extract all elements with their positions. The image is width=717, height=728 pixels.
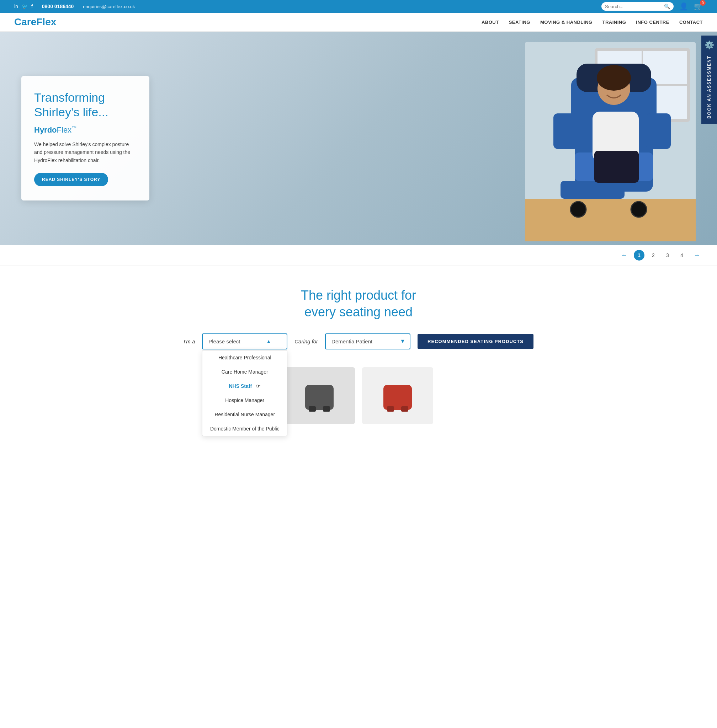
hero-chair-image [525, 42, 696, 241]
product-finder-section: The right product for every seating need… [0, 266, 717, 445]
cart-badge: 0 [700, 0, 706, 6]
pagination-1[interactable]: 1 [634, 250, 644, 260]
facebook-icon[interactable]: f [31, 3, 33, 9]
nav-info-centre[interactable]: INFO CENTRE [636, 20, 669, 25]
dropdown-item-carehome[interactable]: Care Home Manager [202, 365, 287, 379]
user-icon[interactable]: 👤 [679, 2, 688, 11]
hero-section: Transforming Shirley's life... HyrdoFlex… [0, 32, 717, 245]
caring-for-select-wrapper: Dementia Patient Elderly Patient Bariatr… [325, 334, 410, 349]
hero-product-bold: Hyrdo [34, 125, 57, 134]
hero-cta-button[interactable]: READ SHIRLEY'S STORY [34, 173, 108, 186]
svg-rect-5 [525, 199, 696, 241]
svg-rect-18 [594, 151, 639, 183]
hero-product-tm: ™ [72, 125, 76, 131]
svg-point-14 [631, 201, 647, 217]
search-form: 🔍 [601, 2, 674, 11]
book-assessment-label: BOOK AN ASSESSMENT [707, 55, 712, 119]
svg-rect-12 [560, 181, 624, 199]
phone-number: 0800 0186440 [42, 3, 74, 9]
product-finder-row: I'm a Please select ▲ Healthcare Profess… [14, 334, 703, 349]
dropdown-item-domestic[interactable]: Domestic Member of the Public [202, 422, 287, 436]
pagination-3[interactable]: 3 [662, 250, 673, 260]
nav-contact[interactable]: CONTACT [679, 20, 703, 25]
hero-product-light: Flex [57, 125, 72, 134]
pagination-4[interactable]: 4 [676, 250, 687, 260]
site-logo[interactable]: CareFlex [14, 16, 56, 28]
nav-links: ABOUT SEATING MOVING & HANDLING TRAINING… [482, 20, 703, 25]
role-select-trigger[interactable]: Please select ▲ [202, 334, 287, 349]
nav-training[interactable]: TRAINING [602, 20, 626, 25]
product-finder-title-line2: every seating need [304, 305, 413, 319]
pagination-2[interactable]: 2 [648, 250, 659, 260]
svg-rect-23 [387, 406, 394, 412]
nav-moving-handling[interactable]: MOVING & HANDLING [540, 20, 592, 25]
navbar: CareFlex ABOUT SEATING MOVING & HANDLING… [0, 13, 717, 32]
dropdown-item-nhs[interactable]: NHS Staff ☞ [202, 379, 287, 393]
top-bar: in 🐦 f 0800 0186440 enquiries@careflex.c… [0, 0, 717, 13]
top-bar-right: 🔍 👤 🛒 0 [601, 2, 703, 11]
svg-rect-10 [646, 113, 671, 149]
role-select-value: Please select [208, 338, 240, 344]
hero-title: Transforming Shirley's life... [34, 90, 137, 119]
product-card-2 [362, 367, 433, 424]
search-input[interactable] [605, 4, 662, 9]
hero-product-name: HyrdoFlex™ [34, 125, 137, 135]
search-button[interactable]: 🔍 [664, 3, 670, 9]
product-finder-title-line1: The right product for [301, 288, 416, 303]
product-cards-row [14, 360, 703, 431]
dropdown-item-healthcare[interactable]: Healthcare Professional [202, 350, 287, 365]
role-select-wrapper: Please select ▲ Healthcare Professional … [202, 334, 287, 349]
recommended-products-button[interactable]: RECOMMENDED SEATING PRODUCTS [418, 334, 534, 349]
dropdown-item-hospice[interactable]: Hospice Manager [202, 393, 287, 407]
svg-rect-22 [383, 385, 412, 410]
svg-rect-20 [309, 406, 316, 412]
linkedin-icon[interactable]: in [14, 3, 18, 9]
caring-for-select[interactable]: Dementia Patient Elderly Patient Bariatr… [325, 334, 410, 349]
cursor-icon: ☞ [256, 383, 261, 389]
product-finder-title: The right product for every seating need [14, 287, 703, 321]
svg-rect-9 [554, 113, 578, 149]
social-links: in 🐦 f [14, 3, 33, 9]
svg-rect-19 [305, 385, 334, 410]
nav-seating[interactable]: SEATING [509, 20, 530, 25]
product-card-1 [284, 367, 355, 424]
svg-point-13 [571, 201, 586, 217]
hero-pagination: ← 1 2 3 4 → [0, 245, 717, 266]
svg-point-16 [597, 65, 631, 91]
book-assessment-sidebar[interactable]: ⚙️ BOOK AN ASSESSMENT [701, 35, 717, 124]
cart-icon[interactable]: 🛒 0 [694, 2, 703, 11]
role-select-chevron-up: ▲ [266, 338, 271, 344]
pagination-next[interactable]: → [691, 250, 703, 260]
twitter-icon[interactable]: 🐦 [22, 3, 28, 9]
assessment-icon: ⚙️ [705, 41, 714, 50]
caring-for-label: Caring for [294, 338, 318, 344]
hero-card: Transforming Shirley's life... HyrdoFlex… [21, 76, 150, 201]
email-address: enquiries@careflex.co.uk [83, 4, 135, 9]
role-dropdown: Healthcare Professional Care Home Manage… [202, 350, 287, 436]
svg-rect-21 [323, 406, 330, 412]
svg-rect-24 [401, 406, 408, 412]
pagination-prev[interactable]: ← [618, 250, 630, 260]
nav-about[interactable]: ABOUT [482, 20, 499, 25]
hero-description: We helped solve Shirley's complex postur… [34, 140, 137, 164]
iam-label: I'm a [183, 338, 195, 344]
dropdown-item-residential[interactable]: Residential Nurse Manager [202, 407, 287, 422]
